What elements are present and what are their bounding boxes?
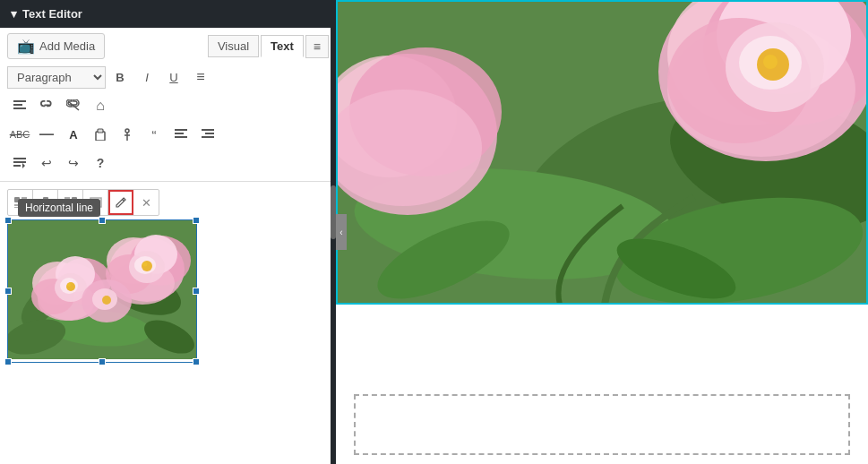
svg-rect-1 [13, 104, 22, 106]
toolbar-row-media: 📺 Add Media Visual Text ≡ [7, 33, 329, 59]
preview-svg [336, 0, 868, 305]
svg-point-51 [142, 261, 152, 271]
strikethrough-button[interactable]: ABC [7, 122, 32, 147]
toolbar-row-extra: ⌂ [7, 93, 329, 118]
svg-rect-0 [13, 100, 26, 102]
tab-visual[interactable]: Visual [208, 35, 259, 57]
text-editor-panel: ▾ Text Editor 📺 Add Media Visual Text ≡ … [0, 0, 336, 464]
preview-panel [336, 0, 868, 464]
toolbar-row-format: Paragraph B I U ≡ [7, 64, 329, 90]
selected-image[interactable] [7, 219, 197, 363]
underline-button[interactable]: U [161, 64, 186, 90]
hr-tooltip: Horizontal line [18, 199, 100, 217]
svg-rect-11 [202, 136, 214, 138]
svg-rect-12 [13, 158, 26, 159]
editor-toolbar: 📺 Add Media Visual Text ≡ Paragraph B I … [0, 28, 336, 182]
undo-button[interactable]: ↩ [34, 150, 59, 176]
add-media-button[interactable]: 📺 Add Media [7, 33, 105, 59]
resize-handle-mr[interactable] [193, 288, 200, 295]
bold-button[interactable]: B [107, 64, 133, 90]
svg-point-72 [763, 55, 778, 69]
kitchen-sink-button[interactable]: ≡ [305, 35, 329, 58]
preview-flower-image [336, 0, 868, 305]
svg-rect-7 [175, 133, 184, 134]
add-media-label: Add Media [39, 39, 95, 53]
panel-collapse-icon[interactable]: ▾ [11, 7, 17, 21]
toolbar-row-misc: ABC — A “ [7, 122, 329, 147]
svg-point-5 [125, 129, 129, 133]
hr-button[interactable]: — [34, 122, 59, 147]
resize-handle-br[interactable] [193, 358, 200, 365]
resize-handle-ml[interactable] [4, 288, 12, 295]
resize-handle-tr[interactable] [193, 217, 200, 224]
add-media-icon: 📺 [17, 38, 35, 55]
paste-button[interactable] [88, 122, 113, 147]
svg-point-55 [102, 296, 111, 305]
ltr-button[interactable] [7, 150, 32, 176]
unlink-button[interactable] [61, 93, 86, 118]
resize-handle-tl[interactable] [4, 217, 12, 224]
tab-text[interactable]: Text [261, 35, 304, 57]
toolbar-row-undo: ↩ ↪ ? [7, 150, 329, 176]
more-button[interactable]: ⌂ [88, 93, 113, 118]
editor-content[interactable]: ✕ [0, 182, 336, 464]
svg-rect-14 [13, 165, 21, 167]
help-button[interactable]: ? [88, 150, 113, 176]
svg-point-42 [67, 283, 71, 287]
color-button[interactable]: A [61, 122, 86, 147]
svg-rect-13 [13, 161, 26, 163]
resize-handle-tm[interactable] [99, 217, 106, 224]
view-tabs: Visual Text ≡ [208, 35, 329, 58]
svg-point-52 [143, 262, 148, 267]
indent-button[interactable] [7, 93, 32, 118]
panel-header[interactable]: ▾ Text Editor [0, 0, 336, 28]
format-select[interactable]: Paragraph [7, 66, 106, 89]
svg-rect-8 [175, 136, 187, 138]
anchor-button[interactable] [115, 122, 140, 147]
list-button[interactable]: ≡ [188, 64, 213, 90]
redo-button[interactable]: ↪ [61, 150, 86, 176]
resize-handle-bl[interactable] [4, 358, 12, 365]
flower-image [8, 220, 196, 359]
align-right-button[interactable] [195, 122, 220, 147]
img-delete-button[interactable]: ✕ [133, 190, 159, 215]
blockquote-button[interactable]: “ [142, 122, 167, 147]
svg-rect-10 [205, 133, 214, 134]
img-edit-button[interactable] [108, 190, 133, 215]
panel-collapse-handle[interactable]: ‹ [336, 214, 347, 250]
preview-white-area [336, 305, 868, 464]
svg-rect-6 [175, 129, 187, 131]
svg-rect-4 [98, 129, 103, 133]
svg-rect-9 [202, 129, 214, 131]
resize-handle-bm[interactable] [99, 358, 106, 365]
panel-title: Text Editor [22, 7, 82, 21]
link-button[interactable] [34, 93, 59, 118]
align-left-button[interactable] [168, 122, 193, 147]
svg-rect-2 [13, 107, 26, 109]
svg-point-41 [66, 282, 75, 291]
preview-dashed-placeholder [354, 394, 850, 455]
italic-button[interactable]: I [134, 64, 159, 90]
